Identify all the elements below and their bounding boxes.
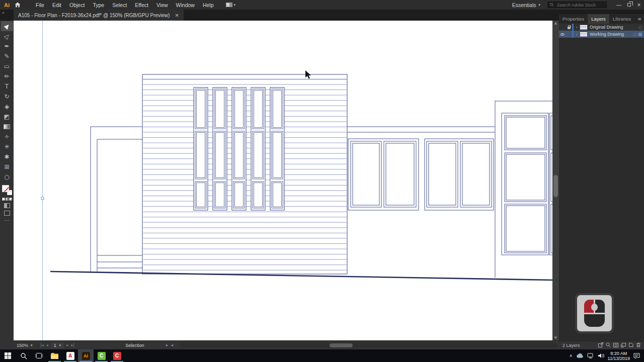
home-icon[interactable] bbox=[14, 2, 22, 8]
collect-for-export-icon[interactable] bbox=[598, 342, 604, 349]
horizontal-scrollbar[interactable] bbox=[180, 343, 557, 348]
dock-collapse-chevron[interactable]: » bbox=[0, 10, 14, 21]
close-button[interactable]: × bbox=[634, 0, 644, 10]
lock-toggle[interactable] bbox=[566, 25, 572, 29]
illustrator[interactable]: Ai bbox=[78, 349, 94, 362]
layer-name[interactable]: Original Drawing bbox=[590, 25, 637, 30]
fill-swatch-none[interactable] bbox=[2, 185, 9, 192]
edit-toolbar-button[interactable]: … bbox=[5, 218, 10, 220]
draw-mode-button[interactable] bbox=[4, 203, 10, 208]
scroll-up-icon[interactable]: ▲ bbox=[552, 21, 559, 25]
selection-color-chip bbox=[638, 33, 642, 36]
paintbrush-tool[interactable]: ✏ bbox=[1, 71, 13, 81]
task-view-button[interactable] bbox=[31, 349, 47, 362]
vertical-scrollbar[interactable]: ▲ ▼ bbox=[552, 21, 559, 340]
expand-chevron-icon[interactable]: › bbox=[574, 25, 579, 30]
tab-properties[interactable]: Properties bbox=[559, 14, 588, 24]
menu-select[interactable]: Select bbox=[108, 2, 131, 8]
menu-edit[interactable]: Edit bbox=[48, 2, 65, 8]
menu-file[interactable]: File bbox=[32, 2, 48, 8]
shape-builder-tool[interactable]: ◩ bbox=[1, 112, 13, 122]
illustrator-logo: Ai bbox=[4, 2, 10, 8]
recorder[interactable]: C bbox=[109, 349, 125, 362]
minimize-button[interactable]: — bbox=[614, 0, 624, 10]
artboard-selector[interactable]: 1 ▾ bbox=[51, 342, 64, 348]
menu-type[interactable]: Type bbox=[89, 2, 108, 8]
curvature-tool[interactable]: ✎ bbox=[1, 51, 13, 61]
zoom-tool[interactable]: ○ bbox=[1, 172, 13, 182]
make-clip-mask-icon[interactable] bbox=[613, 342, 619, 349]
tab-libraries[interactable]: Libraries bbox=[609, 14, 634, 24]
artboard-tool-icon: ⊞ bbox=[4, 164, 9, 170]
screen-mode-button[interactable] bbox=[4, 211, 10, 216]
file-explorer[interactable] bbox=[47, 349, 62, 362]
hand-tool[interactable]: ✳ bbox=[1, 142, 13, 152]
pen-tool[interactable]: ✒ bbox=[1, 41, 13, 51]
autocad[interactable]: A bbox=[62, 349, 78, 362]
search-button[interactable] bbox=[16, 349, 31, 362]
delete-selection-icon[interactable] bbox=[635, 342, 641, 349]
last-artboard-button[interactable]: ▸| bbox=[71, 343, 74, 347]
zoom-control[interactable]: 150% ▾ bbox=[14, 343, 36, 348]
vertical-scroll-thumb[interactable] bbox=[553, 175, 558, 197]
clock[interactable]: 8:20 AM 11/13/2019 bbox=[608, 351, 630, 361]
search-input[interactable] bbox=[556, 2, 604, 8]
next-artboard-button[interactable]: ▸ bbox=[66, 343, 68, 347]
network-icon[interactable] bbox=[587, 353, 594, 358]
menu-view[interactable]: View bbox=[152, 2, 172, 8]
action-center-icon[interactable] bbox=[633, 353, 640, 359]
locate-object-icon[interactable] bbox=[605, 342, 611, 349]
workspace-switcher[interactable]: Essentials ▾ bbox=[512, 2, 540, 8]
expand-chevron-icon[interactable]: › bbox=[574, 32, 579, 37]
symbol-sprayer-tool[interactable]: ✱ bbox=[1, 152, 13, 162]
onedrive-icon[interactable] bbox=[576, 353, 584, 358]
selection-tool[interactable]: ▶ bbox=[1, 21, 13, 31]
document-tab[interactable]: A105 - Floor Plan - F2019-36x24.pdf* @ 1… bbox=[14, 10, 184, 21]
menu-window[interactable]: Window bbox=[172, 2, 199, 8]
prev-artboard-button[interactable]: ◂ bbox=[46, 343, 48, 347]
target-circle-icon[interactable]: ○ bbox=[631, 32, 638, 37]
artboard-tool[interactable]: ⊞ bbox=[1, 162, 13, 172]
layer-row[interactable]: ›Working Drawing○ bbox=[559, 31, 644, 38]
layer-row[interactable]: ›Original Drawing○ bbox=[559, 24, 644, 31]
illustrator-window: Ai FileEditObjectTypeSelectEffectViewWin… bbox=[0, 0, 644, 362]
gradient-tool[interactable] bbox=[1, 122, 13, 132]
tab-layers[interactable]: Layers bbox=[588, 14, 609, 24]
tab-close-icon[interactable]: ✕ bbox=[175, 13, 179, 18]
arrange-documents-button[interactable]: ▾ bbox=[226, 3, 236, 7]
camtasia[interactable]: C bbox=[94, 349, 109, 362]
tray-expand-icon[interactable]: ∧ bbox=[570, 353, 573, 358]
color-button[interactable] bbox=[2, 198, 5, 201]
new-layer-icon[interactable] bbox=[628, 342, 634, 349]
workspace-label: Essentials bbox=[512, 2, 536, 8]
scroll-down-icon[interactable]: ▼ bbox=[552, 336, 559, 340]
fill-stroke-indicator[interactable] bbox=[2, 185, 12, 195]
rectangle-tool[interactable]: ▭ bbox=[1, 61, 13, 71]
direct-selection-tool[interactable]: ▷ bbox=[1, 31, 13, 41]
volume-icon[interactable] bbox=[598, 353, 604, 358]
type-tool[interactable]: T bbox=[1, 81, 13, 92]
horizontal-scroll-thumb[interactable] bbox=[330, 343, 353, 347]
menu-help[interactable]: Help bbox=[199, 2, 218, 8]
adobe-stock-search[interactable] bbox=[547, 2, 607, 8]
start-button[interactable] bbox=[0, 349, 16, 362]
eyedropper-tool[interactable]: ✧ bbox=[1, 132, 13, 142]
menu-effect[interactable]: Effect bbox=[131, 2, 152, 8]
eye-icon bbox=[560, 33, 565, 36]
panel-menu-icon[interactable]: ≡ bbox=[634, 14, 644, 24]
none-button[interactable] bbox=[9, 198, 12, 201]
restore-button[interactable] bbox=[624, 0, 634, 10]
rotate-tool[interactable]: ↻ bbox=[1, 92, 13, 102]
scroll-left-icon[interactable]: ◂ bbox=[171, 343, 173, 347]
target-circle-icon[interactable]: ○ bbox=[637, 25, 644, 30]
canvas[interactable] bbox=[14, 21, 552, 340]
gradient-button[interactable] bbox=[6, 198, 9, 201]
scroll-right-icon[interactable]: ▸ bbox=[166, 343, 168, 347]
eraser-tool[interactable]: ◈ bbox=[1, 102, 13, 112]
layer-name[interactable]: Working Drawing bbox=[590, 32, 631, 37]
first-artboard-button[interactable]: |◂ bbox=[40, 343, 44, 347]
new-sublayer-icon[interactable] bbox=[620, 342, 626, 349]
menu-object[interactable]: Object bbox=[65, 2, 89, 8]
chevron-down-icon: ▾ bbox=[59, 343, 61, 347]
visibility-toggle[interactable] bbox=[559, 33, 566, 36]
